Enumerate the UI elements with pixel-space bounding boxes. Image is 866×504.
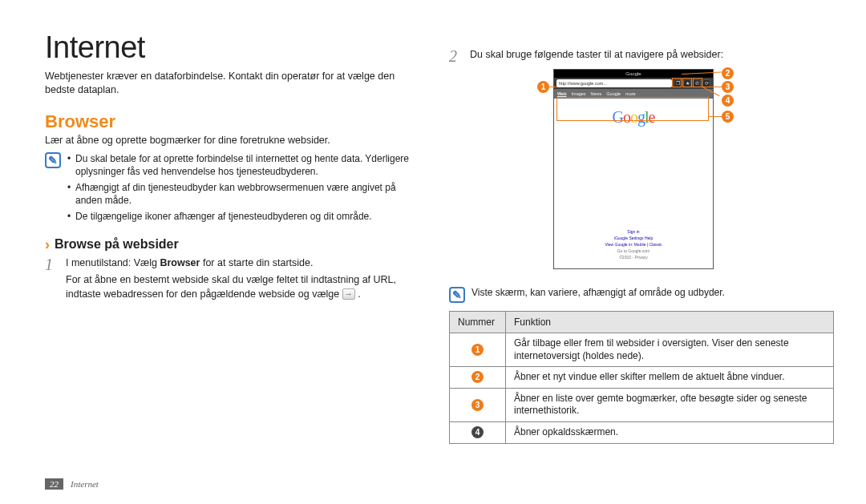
page-number: 22: [45, 478, 63, 490]
row-badge: 3: [471, 399, 484, 411]
note-inline: Viste skærm, kan variere, afhængigt af o…: [449, 287, 834, 303]
step2-text: Du skal bruge følgende taster til at nav…: [470, 48, 723, 62]
table-row: 3 Åbner en liste over gemte bogmærker, o…: [450, 388, 834, 421]
row-function: Åbner et nyt vindue eller skifter mellem…: [506, 367, 834, 389]
subheading-browse: › Browse på websider: [45, 236, 422, 253]
step-2: 2 Du skal bruge følgende taster til at n…: [449, 48, 834, 64]
step1-line2: For at åbne en bestemt webside skal du v…: [66, 273, 422, 301]
note-item: De tilgængelige ikoner afhænger af tjene…: [67, 210, 422, 223]
subheading-browse-label: Browse på websider: [55, 237, 179, 252]
function-table: Nummer Funktion 1 Går tilbage eller frem…: [449, 311, 834, 444]
row-function: Går tilbage eller frem til websider i ov…: [506, 333, 834, 367]
intro-text: Webtjenester kræver en dataforbindelse. …: [45, 70, 422, 97]
phone-content: Google Sign in iGoogle Settings Help Vie…: [554, 99, 713, 268]
tab-more[interactable]: more: [625, 91, 636, 96]
row-function: Åbner en liste over gemte bogmærker, oft…: [506, 388, 834, 421]
note-inline-text: Viste skærm, kan variere, afhængigt af o…: [471, 287, 725, 298]
phone-footer-line[interactable]: Sign in: [605, 228, 662, 235]
callout-5: 5: [722, 111, 734, 123]
tab-images[interactable]: Images: [572, 91, 586, 96]
col-header-function: Funktion: [506, 312, 834, 333]
callout-2: 2: [722, 67, 734, 79]
row-badge: 2: [471, 371, 484, 383]
callout-3: 3: [722, 81, 734, 93]
callout-4: 4: [722, 95, 734, 107]
tab-news[interactable]: News: [591, 91, 602, 96]
table-row: 4 Åbner opkaldsskærmen.: [450, 421, 834, 443]
phone-footer: Sign in iGoogle Settings Help View Googl…: [605, 228, 662, 268]
phone-url-field[interactable]: http://www.google.com...: [556, 79, 672, 87]
phone-footer-line: View Google in: Mobile | Classic: [605, 241, 662, 248]
page-title: Internet: [45, 30, 422, 65]
tab-web[interactable]: Web: [557, 91, 567, 96]
chevron-right-icon: ›: [45, 236, 50, 253]
step-number: 2: [449, 48, 463, 64]
phone-footer-line[interactable]: Go to Google.com: [605, 248, 662, 254]
callout-1: 1: [537, 81, 549, 93]
phone-footer-line: ©2010 - Privacy: [605, 254, 662, 260]
table-row: 2 Åbner et nyt vindue eller skifter mell…: [450, 367, 834, 389]
phone-footer-line[interactable]: iGoogle Settings Help: [605, 235, 662, 241]
col-header-number: Nummer: [450, 312, 506, 333]
section-browser-sub: Lær at åbne og oprette bogmærker for din…: [45, 134, 422, 147]
section-browser-heading: Browser: [45, 111, 422, 132]
figure-browser-screenshot: Google http://www.google.com... ❐ ★ ✆ ⟳ …: [545, 69, 738, 277]
table-row: 1 Går tilbage eller frem til websider i …: [450, 333, 834, 367]
step-1: 1 I menutilstand: Vælg Browser for at st…: [45, 256, 422, 302]
row-function: Åbner opkaldsskærmen.: [506, 421, 834, 443]
note-icon: [45, 152, 61, 168]
footer-section: Internet: [71, 479, 99, 489]
note-block: Du skal betale for at oprette forbindels…: [45, 152, 422, 227]
step1-line1: I menutilstand: Vælg Browser for at star…: [66, 256, 422, 271]
row-badge: 4: [471, 426, 484, 438]
row-badge: 1: [471, 344, 484, 356]
page-footer: 22 Internet: [45, 478, 99, 490]
step1-prefix: I menutilstand: Vælg: [66, 257, 160, 268]
note-item: Du skal betale for at oprette forbindels…: [67, 152, 422, 178]
step1-suffix: for at starte din startside.: [200, 257, 313, 268]
tab-google[interactable]: Google: [606, 91, 621, 96]
step1-bold: Browser: [160, 257, 200, 268]
note-list: Du skal betale for at oprette forbindels…: [67, 152, 422, 227]
note-item: Afhængigt af din tjenesteudbyder kan web…: [67, 181, 422, 207]
step-number: 1: [45, 256, 59, 302]
note-icon: [449, 287, 465, 303]
go-arrow-icon: [342, 288, 355, 300]
